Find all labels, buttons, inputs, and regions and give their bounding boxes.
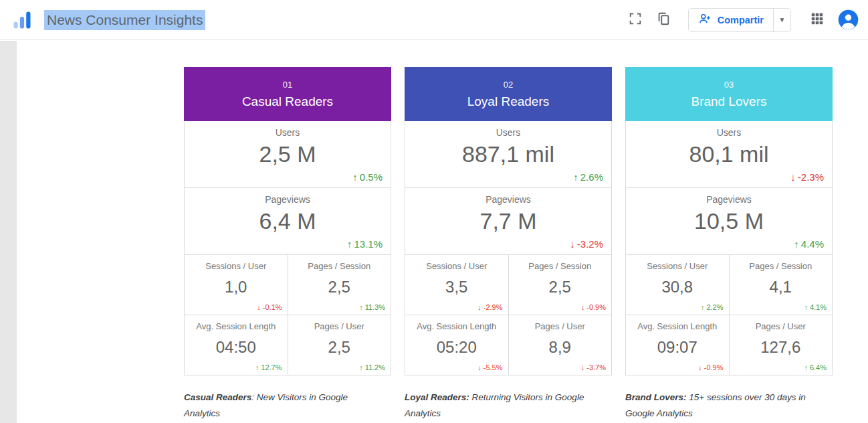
metric-label: Avg. Session Length xyxy=(417,321,496,331)
metric-value: 1,0 xyxy=(225,278,247,297)
footnote-term: Loyal Readers: xyxy=(405,392,469,402)
metric-label: Pages / Session xyxy=(749,261,812,271)
metric-delta: 13.1% xyxy=(347,238,383,250)
app-bar: News Consumer Insights xyxy=(0,0,868,40)
card-number: 03 xyxy=(724,80,734,90)
metric-pages-per-session: Pages / Session 4,1 4.1% xyxy=(730,255,833,315)
metric-value: 6,4 M xyxy=(259,208,316,234)
share-button-label: Compartir xyxy=(718,15,764,25)
metric-delta: -0.9% xyxy=(581,303,606,311)
fullscreen-button[interactable] xyxy=(627,11,644,29)
metric-pages-per-user: Pages / User 127,6 6.4% xyxy=(730,315,833,375)
scorecard-casual-readers[interactable]: 01 Casual Readers Users 2,5 M 0.5% Pagev… xyxy=(184,67,391,375)
metric-delta: -5.5% xyxy=(477,363,502,371)
metric-users: Users 80,1 mil -2.3% xyxy=(626,121,832,187)
metric-value: 2,5 xyxy=(549,278,571,297)
metric-pages-per-session: Pages / Session 2,5 11.3% xyxy=(288,255,391,315)
copy-icon xyxy=(656,11,671,28)
metric-value: 2,5 M xyxy=(259,141,316,167)
canvas-left-gutter xyxy=(0,41,17,423)
metric-pageviews: Pageviews 6,4 M 13.1% xyxy=(185,188,391,254)
metric-pages-per-user: Pages / User 8,9 -3.7% xyxy=(509,315,612,375)
footnote-casual-readers: Casual Readers: New Visitors in Google A… xyxy=(184,390,386,422)
card-header: 02 Loyal Readers xyxy=(405,67,612,121)
looker-studio-report-viewer: News Consumer Insights xyxy=(0,0,868,423)
metric-label: Pageviews xyxy=(706,194,752,205)
apps-grid-icon xyxy=(810,11,825,28)
card-title: Loyal Readers xyxy=(467,94,550,109)
card-metrics: Users 2,5 M 0.5% Pageviews 6,4 M 13.1% S… xyxy=(184,121,391,375)
metric-sessions-per-user: Sessions / User 1,0 -0.1% xyxy=(185,255,288,315)
metric-value: 2,5 xyxy=(328,278,350,297)
metric-sessions-per-user: Sessions / User 3,5 -2.9% xyxy=(405,255,508,315)
scorecard-loyal-readers[interactable]: 02 Loyal Readers Users 887,1 mil 2.6% Pa… xyxy=(405,67,612,375)
avatar[interactable] xyxy=(838,9,859,30)
metric-label: Users xyxy=(717,127,742,138)
metric-value: 80,1 mil xyxy=(689,141,768,167)
metric-label: Sessions / User xyxy=(426,261,487,271)
chevron-down-icon: ▼ xyxy=(779,16,786,23)
metric-pages-per-session: Pages / Session 2,5 -0.9% xyxy=(509,255,612,315)
footnote-term: Brand Lovers: xyxy=(625,392,687,402)
metric-pages-per-user: Pages / User 2,5 11.2% xyxy=(288,315,391,375)
share-button-main[interactable]: Compartir xyxy=(689,9,773,31)
metric-value: 887,1 mil xyxy=(462,141,554,167)
metric-label: Pageviews xyxy=(485,194,531,205)
metric-delta: -2.9% xyxy=(477,303,502,311)
metric-label: Users xyxy=(276,127,300,138)
metric-delta: -2.3% xyxy=(790,171,824,183)
metric-value: 7,7 M xyxy=(479,208,536,234)
metric-label: Pages / User xyxy=(535,321,585,331)
metric-delta: 12.7% xyxy=(255,363,282,371)
share-options-dropdown[interactable]: ▼ xyxy=(773,9,790,31)
metric-delta: 4.4% xyxy=(794,238,824,250)
card-metrics: Users 887,1 mil 2.6% Pageviews 7,7 M -3.… xyxy=(405,121,612,375)
metric-delta: 4.1% xyxy=(804,303,827,311)
metric-label: Pages / User xyxy=(314,321,364,331)
metric-delta: 2.6% xyxy=(573,171,603,183)
card-title: Casual Readers xyxy=(242,94,333,109)
apps-grid-button[interactable] xyxy=(808,11,826,29)
report-title[interactable]: News Consumer Insights xyxy=(44,10,205,30)
metric-label: Avg. Session Length xyxy=(196,321,276,331)
metric-delta: -0.1% xyxy=(257,303,282,311)
metric-value: 3,5 xyxy=(445,278,467,297)
metric-avg-session-length: Avg. Session Length 09:07 -0.9% xyxy=(626,315,729,375)
metric-delta: -3.2% xyxy=(570,238,603,250)
copy-report-button[interactable] xyxy=(655,11,672,29)
metric-pageviews: Pageviews 10,5 M 4.4% xyxy=(626,188,832,254)
metric-label: Pages / User xyxy=(756,321,806,331)
metric-delta: 0.5% xyxy=(352,171,383,183)
datastudio-logo-icon[interactable] xyxy=(12,10,32,30)
metric-pageviews: Pageviews 7,7 M -3.2% xyxy=(405,188,611,254)
card-title: Brand Lovers xyxy=(691,94,766,109)
app-bar-actions: Compartir ▼ xyxy=(627,8,859,32)
metric-label: Users xyxy=(496,127,521,138)
card-number: 02 xyxy=(504,80,513,90)
scorecard-brand-lovers[interactable]: 03 Brand Lovers Users 80,1 mil -2.3% Pag… xyxy=(625,67,833,375)
metric-label: Pages / Session xyxy=(528,261,591,271)
share-button[interactable]: Compartir ▼ xyxy=(688,8,791,32)
metric-value: 30,8 xyxy=(661,278,693,297)
metric-delta: 2.2% xyxy=(701,303,724,311)
metric-value: 2,5 xyxy=(328,338,350,357)
metric-delta: -3.7% xyxy=(581,363,606,371)
card-header: 01 Casual Readers xyxy=(184,67,391,121)
metric-users: Users 887,1 mil 2.6% xyxy=(405,121,611,187)
card-number: 01 xyxy=(283,80,292,90)
metric-sessions-per-user: Sessions / User 30,8 2.2% xyxy=(626,255,729,315)
metric-value: 04:50 xyxy=(216,338,256,357)
footnote-brand-lovers: Brand Lovers: 15+ sessions over 30 days … xyxy=(625,390,827,422)
metric-delta: 11.2% xyxy=(359,363,385,371)
footnote-term: Casual Readers xyxy=(184,392,251,402)
metric-value: 127,6 xyxy=(760,338,800,357)
metric-value: 8,9 xyxy=(549,338,571,357)
metric-label: Pages / Session xyxy=(308,261,370,271)
metric-delta: 11.3% xyxy=(359,303,385,311)
metric-avg-session-length: Avg. Session Length 04:50 12.7% xyxy=(185,315,288,375)
metric-users: Users 2,5 M 0.5% xyxy=(185,121,391,187)
fullscreen-icon xyxy=(628,11,643,28)
metric-label: Sessions / User xyxy=(205,261,266,271)
footnote-loyal-readers: Loyal Readers: Returning Visitors in Goo… xyxy=(405,390,607,422)
metric-delta: 6.4% xyxy=(804,363,827,371)
